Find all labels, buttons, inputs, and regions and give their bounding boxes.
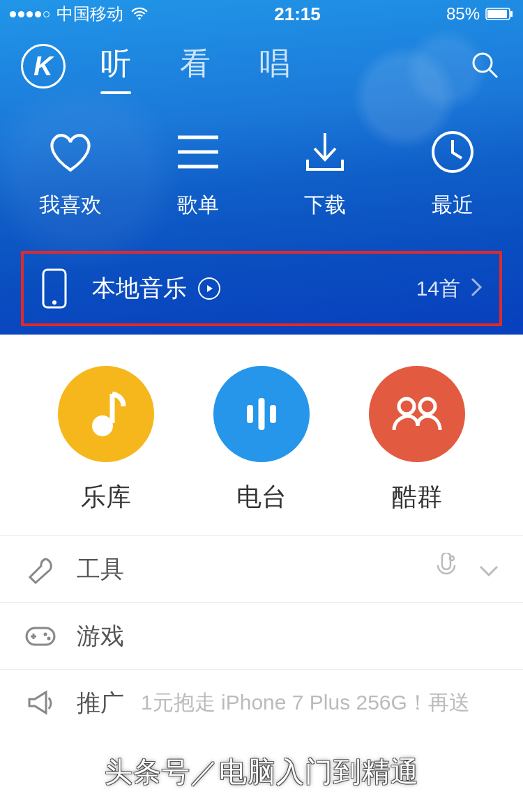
category-label: 电台 [236,480,287,514]
svg-rect-16 [258,398,264,430]
status-bar: 中国移动 21:15 85% [0,0,523,28]
status-left: 中国移动 [10,3,149,25]
category-music-library[interactable]: 乐库 [58,366,154,514]
quick-label: 歌单 [177,191,219,220]
battery-label: 85% [446,4,480,24]
quick-label: 最近 [432,191,473,220]
local-music-count: 14首 [416,275,460,303]
svg-rect-2 [487,10,507,18]
play-icon[interactable] [198,277,220,300]
music-note-icon [58,366,154,462]
tab-listen[interactable]: 听 [100,43,131,90]
quick-label: 下载 [304,191,346,220]
download-icon [298,125,351,178]
list-item-games[interactable]: 游戏 [0,602,523,669]
chevron-down-icon[interactable] [478,556,499,583]
carrier-label: 中国移动 [56,3,123,25]
list-item-promo[interactable]: 推广 1元抱走 iPhone 7 Plus 256G！再送 [0,669,523,736]
svg-rect-17 [270,405,276,423]
category-groups[interactable]: 酷群 [369,366,465,514]
local-music-label: 本地音乐 [92,273,187,305]
svg-line-5 [490,70,497,77]
quick-actions: 我喜欢 歌单 下载 最近 [0,105,523,227]
svg-point-24 [44,632,47,636]
svg-point-19 [420,399,435,414]
chevron-right-icon [470,277,483,300]
battery-icon [485,8,513,20]
list-item-subtext: 1元抱走 iPhone 7 Plus 256G！再送 [141,689,470,717]
quick-playlists[interactable]: 歌单 [135,125,262,220]
list-item-label: 工具 [77,553,124,585]
svg-point-12 [52,300,56,305]
gamepad-icon [24,620,57,653]
app-logo[interactable]: K [21,44,66,89]
hero-area: 中国移动 21:15 85% K 听 看 唱 [0,0,523,335]
search-button[interactable] [467,49,502,84]
list-icon [172,125,225,178]
status-right: 85% [446,4,513,24]
quick-label: 我喜欢 [39,191,102,220]
quick-downloads[interactable]: 下载 [262,125,389,220]
watermark-text: 头条号／电脑入门到精通 [0,753,523,791]
voice-note-icon[interactable] [432,553,457,586]
menu-list: 工具 游戏 推广 1元抱走 iPhone 7 Plus 256G！再送 [0,535,523,736]
svg-point-4 [473,54,492,72]
svg-point-14 [92,415,113,436]
wrench-icon [24,553,57,586]
list-item-label: 游戏 [77,620,124,652]
radio-bars-icon [213,366,310,462]
list-item-tools[interactable]: 工具 [0,535,523,602]
svg-point-20 [450,556,454,560]
search-icon [469,49,500,83]
signal-icon [10,11,50,17]
status-time: 21:15 [274,3,321,25]
nav-tabs: 听 看 唱 [100,43,467,90]
phone-icon [40,268,68,309]
svg-point-18 [399,399,414,414]
svg-point-0 [138,17,140,20]
category-label: 酷群 [392,480,442,514]
svg-point-25 [47,636,51,640]
category-label: 乐库 [81,480,131,514]
svg-rect-3 [510,11,513,17]
heart-icon [44,125,97,178]
clock-icon [426,125,479,178]
svg-marker-13 [207,285,213,292]
tab-watch[interactable]: 看 [180,43,211,90]
top-nav: K 听 看 唱 [0,28,523,105]
group-icon [369,366,465,462]
svg-rect-15 [247,405,253,423]
megaphone-icon [24,687,57,720]
category-row: 乐库 电台 酷群 [0,335,523,535]
category-radio[interactable]: 电台 [213,366,310,514]
wifi-icon [130,7,149,21]
quick-favorites[interactable]: 我喜欢 [7,125,135,220]
local-music-row[interactable]: 本地音乐 14首 [21,255,502,322]
tab-sing[interactable]: 唱 [259,43,290,90]
list-item-label: 推广 [77,687,124,719]
quick-recent[interactable]: 最近 [389,125,517,220]
